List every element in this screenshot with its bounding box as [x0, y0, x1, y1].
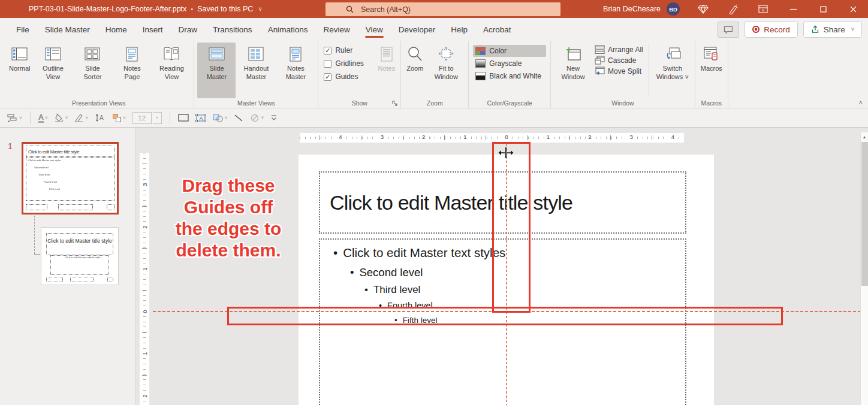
zoom-button[interactable]: Zoom — [404, 43, 426, 98]
line-shape-button[interactable] — [231, 112, 246, 124]
collapse-ribbon-button[interactable]: ˄ — [859, 99, 863, 106]
svg-text:A: A — [100, 114, 104, 121]
ribbon-tab[interactable]: Help — [443, 25, 475, 41]
ruler-number: 1 — [140, 265, 149, 273]
ribbon-tab[interactable]: View — [358, 25, 391, 41]
notes-master-button[interactable]: Notes Master — [276, 43, 315, 98]
font-color-button[interactable]: A ˅ — [36, 111, 50, 125]
ribbon-tab[interactable]: Insert — [135, 25, 171, 41]
bullet-text: Third level — [373, 284, 420, 295]
arrange-objects-button[interactable]: ˅ — [110, 111, 128, 124]
notes-icon — [381, 46, 393, 62]
reading-view-button[interactable]: Reading View — [152, 43, 191, 98]
dialog-launcher-icon[interactable] — [392, 101, 398, 107]
font-size-value[interactable]: 12 — [132, 112, 152, 124]
checkbox-row[interactable]: Ruler — [324, 46, 372, 55]
more-options-icon — [270, 114, 278, 121]
ribbon-tab[interactable]: Review — [315, 25, 357, 41]
arrange-all-button[interactable]: Arrange All — [595, 45, 643, 54]
ribbon-tab[interactable]: Draw — [171, 25, 206, 41]
close-button[interactable] — [838, 0, 868, 18]
handout-master-button[interactable]: Handout Master — [237, 43, 275, 98]
slide-sorter-button[interactable]: Slide Sorter — [73, 43, 111, 98]
oval-shape-button[interactable]: ˅ — [248, 112, 266, 124]
thumbnail-text-line: Second level — [34, 166, 76, 170]
normal-view-button[interactable]: Normal — [7, 43, 32, 98]
vertical-scrollbar[interactable]: ▲ — [860, 132, 868, 405]
chevron-down-icon[interactable]: ˅ — [153, 112, 162, 124]
move-split-button[interactable]: Move Split — [595, 67, 643, 75]
scrollbar-thumb[interactable] — [861, 142, 868, 286]
vertical-ruler[interactable]: 321012 — [140, 153, 149, 405]
black-and-white-button[interactable]: Black and White — [473, 70, 546, 82]
merge-shapes-button[interactable]: ˅ — [210, 112, 230, 124]
comments-button[interactable] — [718, 22, 739, 38]
ribbon-display-options-icon[interactable] — [748, 0, 778, 18]
notes-master-icon — [290, 46, 302, 62]
color-button[interactable]: Color — [473, 45, 546, 57]
checkbox[interactable] — [324, 60, 331, 68]
share-button[interactable]: Share ˅ — [803, 21, 862, 38]
outline-level-button[interactable]: ˅ — [5, 112, 25, 124]
notes-page-icon — [126, 46, 138, 62]
group-label: Macros — [695, 99, 728, 107]
notes-page-button[interactable]: Notes Page — [113, 43, 151, 98]
ribbon-tab[interactable]: File — [8, 25, 37, 41]
chevron-down-icon: ˅ — [45, 115, 48, 120]
save-status[interactable]: Saved to this PC — [197, 5, 253, 13]
ruler-number: 1 — [140, 349, 149, 358]
main-area: 1 Click to edit Master title style Click… — [0, 128, 868, 405]
checkbox-row[interactable]: Guides — [324, 72, 372, 81]
layout-thumbnail[interactable]: Click to edit Master title style Click t… — [41, 227, 119, 285]
horizontal-ruler[interactable]: 432101234 — [300, 133, 684, 143]
shape-fill-button[interactable]: ˅ — [52, 111, 71, 124]
ink-pen-icon — [74, 113, 84, 122]
annotation-line: Drag these — [159, 175, 297, 197]
user-name[interactable]: Brian DeChesare — [603, 5, 661, 13]
layout-connector-line — [34, 216, 35, 254]
grayscale-button[interactable]: Grayscale — [473, 58, 546, 69]
gem-icon[interactable] — [688, 0, 718, 18]
search-box[interactable]: Search (Alt+Q) — [326, 2, 560, 16]
scroll-up-arrow-icon[interactable]: ▲ — [861, 132, 868, 141]
font-size-select[interactable]: 12 ˅ — [130, 110, 164, 126]
checkbox[interactable] — [324, 47, 331, 55]
ink-pen-button[interactable]: ˅ — [72, 111, 91, 124]
ribbon-tab[interactable]: Transitions — [205, 25, 260, 41]
new-window-button[interactable]: New Window — [554, 43, 592, 98]
chevron-down-icon[interactable]: ˅ — [258, 6, 262, 13]
ribbon-tab[interactable]: Acrobat — [475, 25, 519, 41]
cascade-button[interactable]: Cascade — [595, 56, 643, 65]
coming-soon-pen-icon[interactable] — [718, 0, 748, 18]
fit-to-window-button[interactable]: Fit to Window — [427, 43, 465, 98]
avatar[interactable]: BD — [667, 2, 680, 16]
maximize-button[interactable] — [808, 0, 838, 18]
minimize-button[interactable] — [778, 0, 808, 18]
slide-number: 1 — [8, 141, 13, 151]
ribbon-tab[interactable]: Home — [98, 25, 135, 41]
notes-button[interactable]: Notes — [375, 43, 397, 98]
chevron-down-icon: ˅ — [65, 115, 68, 120]
layout-subtitle-placeholder: Click to edit Master subtitle style — [50, 255, 109, 275]
macros-button[interactable]: Macros — [698, 43, 725, 98]
line-spacing-button[interactable]: A — [92, 111, 108, 124]
annotation-line: the edges to — [159, 218, 297, 240]
text-box-button[interactable]: A — [193, 112, 209, 124]
rectangle-shape-button[interactable] — [176, 112, 191, 123]
ribbon-tab[interactable]: Animations — [260, 25, 316, 41]
ribbon: Normal Outline View Slide Sorter — [0, 41, 868, 108]
bullet-icon: • — [350, 266, 354, 279]
checkbox-row[interactable]: Gridlines — [324, 59, 372, 68]
powerpoint-window: PPT-03-01-Slide-Master-Logo-Footer-After… — [0, 0, 868, 405]
switch-windows-button[interactable]: Switch Windows ˅ — [653, 43, 692, 98]
outline-view-button[interactable]: Outline View — [34, 43, 72, 98]
ribbon-tab[interactable]: Developer — [391, 25, 444, 41]
record-button[interactable]: Record — [745, 21, 798, 38]
toolbar-more-button[interactable] — [268, 113, 280, 123]
slide-master-button[interactable]: Slide Master — [197, 43, 236, 98]
ribbon-tab[interactable]: Slide Master — [37, 25, 98, 41]
title-bar: PPT-03-01-Slide-Master-Logo-Footer-After… — [0, 0, 868, 18]
master-slide-thumbnail[interactable]: Click to edit Master title style Click t… — [22, 142, 119, 214]
checkbox[interactable] — [324, 73, 331, 81]
new-window-icon — [565, 46, 581, 62]
